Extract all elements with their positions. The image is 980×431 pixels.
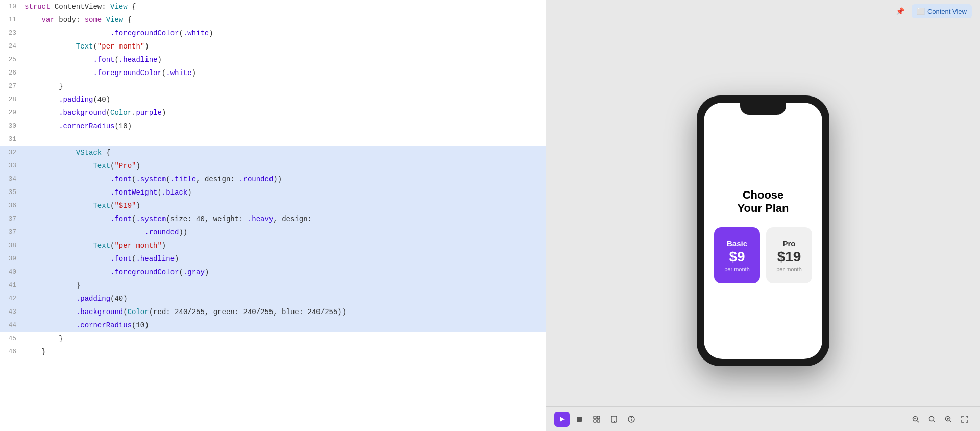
code-line: 31 <box>0 133 546 146</box>
bottom-toolbar <box>546 406 980 431</box>
line-number: 31 <box>0 133 24 146</box>
stop-button[interactable] <box>572 412 587 427</box>
code-line: 33 Text("Pro") <box>0 159 546 173</box>
line-content: .foregroundColor(.white) <box>24 27 546 40</box>
line-number: 24 <box>0 40 24 53</box>
line-number: 43 <box>0 305 24 319</box>
phone-frame: Choose Your Plan Basic $9 per month Pro … <box>697 95 829 366</box>
svg-point-10 <box>631 417 632 418</box>
line-number: 30 <box>0 119 24 133</box>
line-content: Text("per month") <box>24 239 546 252</box>
choose-title: Choose Your Plan <box>737 188 789 216</box>
code-line: 35 .fontWeight(.black) <box>0 186 546 199</box>
code-line: 36 Text("$19") <box>0 199 546 212</box>
plans-row: Basic $9 per month Pro $19 per month <box>714 227 812 283</box>
line-content: VStack { <box>24 146 546 159</box>
line-content: .cornerRadius(10) <box>24 319 546 332</box>
line-number: 33 <box>0 159 24 173</box>
zoom-out-button[interactable] <box>909 412 923 426</box>
line-number: 10 <box>0 0 24 13</box>
top-bar: 📌 ⬜ Content View <box>546 0 980 22</box>
line-number: 45 <box>0 332 24 345</box>
line-number: 27 <box>0 80 24 93</box>
line-content: .fontWeight(.black) <box>24 186 546 199</box>
content-view-icon: ⬜ <box>917 8 925 15</box>
preview-panel: 📌 ⬜ Content View Choose Your Plan Basic <box>546 0 980 431</box>
code-line: 11 var body: some View { <box>0 13 546 27</box>
code-line: 40 .foregroundColor(.gray) <box>0 266 546 279</box>
svg-rect-5 <box>597 420 600 422</box>
toolbar-left <box>554 412 639 427</box>
code-line: 24 Text("per month") <box>0 40 546 53</box>
line-content: .font(.headline) <box>24 252 546 266</box>
pro-plan-card[interactable]: Pro $19 per month <box>766 227 812 283</box>
svg-line-15 <box>934 421 935 422</box>
phone-notch <box>740 103 786 115</box>
line-number: 37 <box>0 212 24 226</box>
phone-screen: Choose Your Plan Basic $9 per month Pro … <box>704 103 822 359</box>
code-line: 23 .foregroundColor(.white) <box>0 27 546 40</box>
line-number: 42 <box>0 292 24 305</box>
code-line: 10struct ContentView: View { <box>0 0 546 13</box>
code-line: 29 .background(Color.purple) <box>0 106 546 119</box>
grid-button[interactable] <box>589 412 604 427</box>
code-line: 42 .padding(40) <box>0 292 546 305</box>
code-line: 25 .font(.headline) <box>0 53 546 66</box>
pro-plan-name: Pro <box>782 239 795 248</box>
line-content: .background(Color(red: 240/255, green: 2… <box>24 305 546 319</box>
zoom-fit-button[interactable] <box>958 412 972 426</box>
line-content: } <box>24 279 546 292</box>
code-line: 32 VStack { <box>0 146 546 159</box>
line-content: .background(Color.purple) <box>24 106 546 119</box>
line-content: .font(.system(size: 40, weight: .heavy, … <box>24 212 546 226</box>
svg-rect-2 <box>594 416 596 419</box>
code-line: 41 } <box>0 279 546 292</box>
code-line: 30 .cornerRadius(10) <box>0 119 546 133</box>
phone-container: Choose Your Plan Basic $9 per month Pro … <box>697 31 829 431</box>
code-editor-panel: 10struct ContentView: View {11 var body:… <box>0 0 546 431</box>
line-number: 46 <box>0 345 24 358</box>
line-number: 32 <box>0 146 24 159</box>
line-number: 38 <box>0 239 24 252</box>
svg-marker-0 <box>560 417 565 422</box>
content-view-button[interactable]: ⬜ Content View <box>912 4 972 18</box>
line-number: 28 <box>0 93 24 106</box>
code-line: 38 Text("per month") <box>0 239 546 252</box>
play-button[interactable] <box>554 412 570 427</box>
basic-plan-period: per month <box>724 266 750 272</box>
code-line: 34 .font(.system(.title, design: .rounde… <box>0 173 546 186</box>
code-line: 39 .font(.headline) <box>0 252 546 266</box>
line-number: 25 <box>0 53 24 66</box>
svg-rect-4 <box>594 420 596 422</box>
pin-button[interactable]: 📌 <box>893 4 908 18</box>
content-view-label: Content View <box>927 8 967 15</box>
toolbar-right <box>909 412 972 426</box>
line-number: 23 <box>0 27 24 40</box>
line-number: 29 <box>0 106 24 119</box>
zoom-in-button[interactable] <box>941 412 955 426</box>
svg-line-19 <box>950 421 951 422</box>
code-line: 37 .rounded)) <box>0 226 546 239</box>
line-number: 11 <box>0 13 24 27</box>
phone-content: Choose Your Plan Basic $9 per month Pro … <box>704 103 822 359</box>
code-line: 26 .foregroundColor(.white) <box>0 66 546 80</box>
line-number: 35 <box>0 186 24 199</box>
code-line: 45 } <box>0 332 546 345</box>
line-content: Text("per month") <box>24 40 546 53</box>
svg-rect-1 <box>577 417 582 422</box>
line-number: 41 <box>0 279 24 292</box>
line-content: .padding(40) <box>24 93 546 106</box>
pro-plan-price: $19 <box>777 249 801 265</box>
device-button[interactable] <box>606 412 622 427</box>
basic-plan-name: Basic <box>727 239 747 248</box>
svg-line-13 <box>917 421 919 422</box>
code-editor[interactable]: 10struct ContentView: View {11 var body:… <box>0 0 546 431</box>
line-content: } <box>24 345 546 358</box>
basic-plan-card[interactable]: Basic $9 per month <box>714 227 760 283</box>
info-button[interactable] <box>624 412 639 427</box>
line-content: .padding(40) <box>24 292 546 305</box>
line-number: 39 <box>0 252 24 266</box>
zoom-reset-button[interactable] <box>925 412 939 426</box>
line-number: 37 <box>0 226 24 239</box>
line-content: var body: some View { <box>24 13 546 27</box>
